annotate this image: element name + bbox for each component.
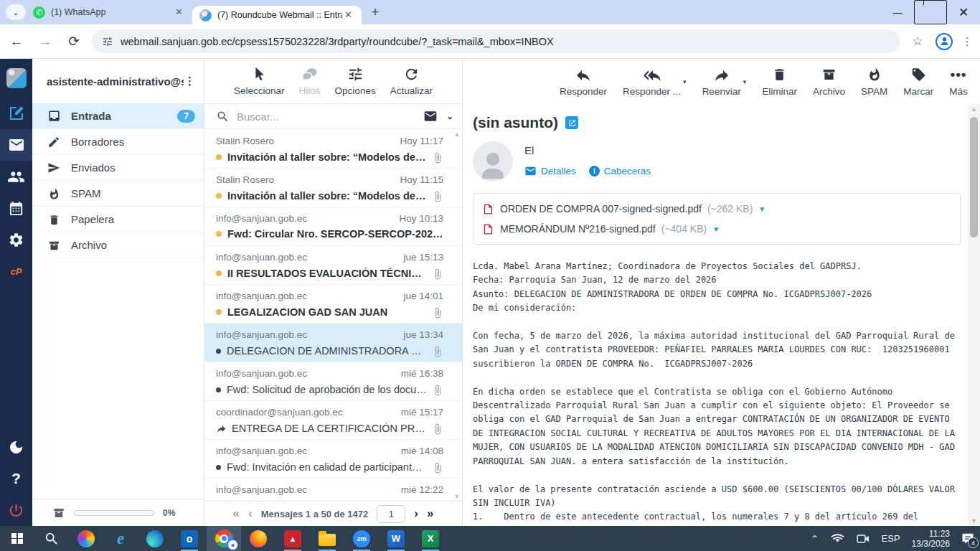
meet-now-icon[interactable] [850,526,876,551]
message-row[interactable]: Stalin RoseroHoy 11:15 Invitación al tal… [204,169,462,207]
logout-power-icon[interactable] [0,494,32,526]
word-icon[interactable]: W [379,526,413,551]
message-row[interactable]: info@sanjuan.gob.ecmié 14:08 Fwd: Invita… [204,440,462,479]
folder-enviados[interactable]: Enviados [32,155,204,181]
details-link[interactable]: Detalles [524,165,576,177]
page-number-input[interactable] [377,505,405,523]
attachment-item[interactable]: MEMORÁNDUM Nº216-signed.pdf (~404 KB) ▼ [482,219,951,239]
delete-button[interactable]: Eliminar [762,67,797,97]
reply-button[interactable]: Responder [560,67,607,97]
address-bar[interactable]: webmail.sanjuan.gob.ec/cpsess1575023228/… [92,29,900,53]
mark-button[interactable]: Marcar [903,67,933,97]
message-row-selected[interactable]: info@sanjuan.gob.ecjue 13:34 DELEGACION … [204,324,462,362]
folder-archivo[interactable]: Archivo [32,232,204,258]
compose-icon[interactable] [0,98,32,129]
folder-entrada[interactable]: Entrada 7 [32,103,204,129]
tray-expand-chevron-icon[interactable]: ⌃ [805,526,825,551]
attachment-name[interactable]: ORDEN DE COMPRA 007-signed-signed.pdf [500,203,702,215]
tab-close-icon[interactable]: ✕ [173,6,185,19]
message-row[interactable]: info@sanjuan.gob.ecjue 14:01 LEGALIZACIO… [204,285,462,324]
message-scrollbar[interactable]: ▲ ▼ [968,104,980,526]
list-scrollbar[interactable]: ▲ ▼ [453,131,461,500]
window-restore-button[interactable] [914,0,947,24]
prev-page-icon[interactable]: ‹ [248,507,253,521]
spam-button[interactable]: SPAM [861,67,887,97]
taskbar-search-icon[interactable] [34,526,69,551]
dark-mode-moon-icon[interactable] [0,431,32,463]
scroll-up-icon[interactable]: ▲ [968,105,980,113]
wifi-icon[interactable] [825,526,850,551]
chrome-icon[interactable]: ● [207,526,241,551]
archive-button[interactable]: Archivo [813,67,845,97]
firefox-icon[interactable] [241,526,275,551]
tab-search-chevron-icon[interactable]: ⌄ [6,4,26,20]
scroll-down-icon[interactable]: ▼ [453,493,461,500]
help-icon[interactable]: ? [0,463,32,494]
attachment-menu-caret-icon[interactable]: ▼ [758,205,765,213]
browser-tab-roundcube[interactable]: (7) Roundcube Webmail :: Entra ✕ [192,6,362,24]
zoom-icon[interactable]: zm [344,526,379,551]
message-row[interactable]: info@sanjuan.gob.ecmié 16:38 Fwd: Solici… [204,362,462,401]
search-bar[interactable]: ⌄ [204,104,462,129]
message-row[interactable]: coordinador@sanjuan.gob.ecmié 15:17 ENTR… [204,401,462,440]
next-page-icon[interactable]: › [414,507,418,521]
tab-close-icon[interactable]: ✕ [342,9,354,22]
new-tab-button[interactable]: + [366,3,385,22]
open-in-new-window-icon[interactable] [565,116,578,129]
account-menu-icon[interactable]: ⋮ [184,75,197,88]
browser-tab-whatsapp[interactable]: ✆ (1) WhatsApp ✕ [26,0,192,24]
start-button[interactable] [0,526,34,551]
more-button[interactable]: ••• Más [949,67,968,97]
refresh-button[interactable]: Actualizar [390,66,433,96]
window-minimize-button[interactable]: — [881,0,914,24]
site-settings-icon[interactable] [102,36,113,47]
dropdown-caret-icon[interactable]: ▾ [743,78,747,97]
dropdown-caret-icon[interactable]: ▾ [683,78,687,97]
url-text[interactable]: webmail.sanjuan.gob.ec/cpsess1575023228/… [121,36,554,47]
options-button[interactable]: Opciones [335,66,376,96]
settings-gear-icon[interactable] [0,224,32,255]
message-row[interactable]: info@sanjuan.gob.ecHoy 10:13 Fwd: Circul… [204,207,462,246]
taskbar-clock[interactable]: 11:23 13/3/2026 [906,529,956,549]
headers-link[interactable]: iCabeceras [589,166,651,176]
reply-all-button[interactable]: Responder ... [623,67,681,97]
scroll-up-icon[interactable]: ▲ [453,131,461,138]
acrobat-icon[interactable]: ▲ [275,526,310,551]
copilot-icon[interactable] [69,526,103,551]
first-page-icon[interactable]: « [233,507,240,521]
message-row[interactable]: info@sanjuan.gob.ecjue 15:13 II RESULTAD… [204,246,462,285]
browser-menu-icon[interactable]: ⋮ [960,35,974,48]
attachment-name[interactable]: MEMORÁNDUM Nº216-signed.pdf [500,223,656,235]
folder-spam[interactable]: SPAM [32,181,204,207]
threads-button[interactable]: Hilos [299,66,321,96]
search-input[interactable] [237,110,423,123]
message-row[interactable]: Stalin RoseroHoy 11:17 Invitación al tal… [204,130,462,169]
back-button[interactable]: ← [4,29,29,54]
file-explorer-icon[interactable] [310,526,344,551]
window-close-button[interactable]: ✕ [947,0,980,24]
browser-profile-avatar[interactable] [936,33,953,50]
contacts-icon[interactable] [0,161,32,192]
notification-center-icon[interactable]: 4 [956,526,980,551]
last-page-icon[interactable]: » [427,507,433,521]
attachment-menu-caret-icon[interactable]: ▼ [712,225,720,233]
folder-borradores[interactable]: Borradores [32,129,204,155]
search-options-chevron-icon[interactable]: ⌄ [446,111,453,121]
mail-icon[interactable] [0,129,32,161]
search-scope-envelope-icon[interactable] [423,109,438,123]
language-indicator[interactable]: ESP [876,526,906,551]
excel-icon[interactable]: X [413,526,448,551]
reload-button[interactable]: ⟳ [62,29,86,54]
folder-papelera[interactable]: Papelera [32,207,204,232]
internet-explorer-icon[interactable]: e [103,526,138,551]
forward-button[interactable]: → [33,29,57,54]
outlook-icon[interactable]: o [172,526,207,551]
attachment-item[interactable]: ORDEN DE COMPRA 007-signed-signed.pdf (~… [482,199,951,219]
message-row[interactable]: info@sanjuan.gob.ecmié 12:22 [204,479,462,501]
scrollbar-thumb[interactable] [970,117,978,237]
bookmark-star-icon[interactable]: ☆ [907,34,928,49]
calendar-icon[interactable] [0,192,32,224]
cpanel-icon[interactable]: cP [0,255,32,287]
forward-button[interactable]: Reenviar [702,67,741,97]
edge-icon[interactable] [138,526,172,551]
